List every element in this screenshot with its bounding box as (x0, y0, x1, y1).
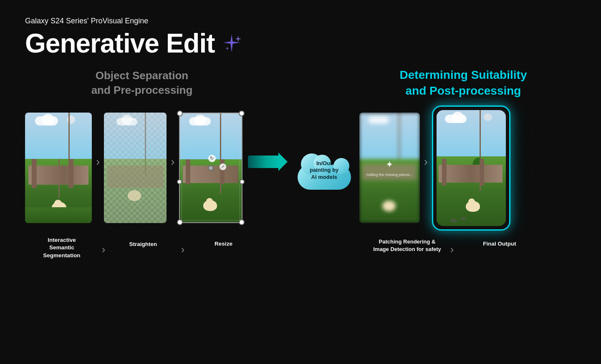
chevron-3: › (444, 243, 460, 256)
section-labels: Object Separation and Pre-processing Det… (25, 67, 576, 99)
step4-label-line1: Patching Rendering & (379, 238, 436, 245)
step1-label-line3: Segmentation (43, 252, 80, 259)
left-label-line1: Object Separation (96, 69, 189, 82)
flow-item-original (25, 113, 92, 223)
cloud-text: In/Out painting by AI models (310, 160, 338, 181)
resize-image-wrap: ↻ ⤢ (179, 113, 242, 223)
resize-handle-tl[interactable] (177, 110, 183, 116)
left-label-line2: and Pre-processing (91, 84, 193, 96)
resize-handle-tr[interactable] (239, 110, 245, 116)
bottom-labels: Interactive Semantic Segmentation › Stra… (25, 236, 576, 260)
original-image-wrap (25, 113, 92, 223)
resize-handle-mr[interactable] (240, 179, 245, 184)
blurred-image: ✦ Adding the missing pieces... (359, 113, 420, 223)
teal-arrow (248, 153, 288, 171)
ai-cloud: In/Out painting by AI models (293, 146, 355, 190)
ai-section: In/Out painting by AI models (293, 113, 420, 223)
sparkle-overlay: ✦ (386, 159, 393, 170)
flow-item-transparent (104, 113, 167, 223)
phone-screen (437, 110, 506, 226)
chevron-2: › (174, 243, 191, 256)
right-label-line1: Determining Suitability (400, 68, 527, 81)
right-label-line2: and Post-processing (406, 84, 521, 97)
step5-label: Final Output (483, 241, 516, 247)
sparkle-icon (221, 33, 242, 54)
resize-handle-br[interactable] (239, 219, 245, 225)
label-step2: Straighten (112, 236, 174, 249)
main-title: Generative Edit (25, 28, 215, 59)
teal-arrow-container (245, 153, 291, 171)
step3-label: Resize (215, 241, 232, 247)
adding-text: Adding the missing pieces... (366, 173, 413, 177)
label-step1: Interactive Semantic Segmentation (28, 236, 95, 260)
phone-outer (432, 105, 510, 231)
step2-label: Straighten (129, 241, 157, 249)
resize-handle-ml[interactable] (177, 179, 182, 184)
arrow-1: › (96, 155, 100, 168)
resize-handle-bl[interactable] (177, 219, 183, 225)
step1-label-line1: Interactive (48, 237, 76, 243)
main-flow: › › (25, 105, 576, 231)
label-step5: Final Output (460, 236, 539, 247)
chevron-1: › (95, 243, 112, 256)
arrow-2: › (171, 155, 174, 168)
step1-label-line2: Semantic (49, 244, 74, 251)
header: Galaxy S24 Series' ProVisual Engine Gene… (25, 17, 576, 59)
rotate-icon[interactable]: ↻ (208, 155, 216, 162)
step4-label-line2: Image Detection for safety (373, 246, 441, 252)
move-icon[interactable]: ⤢ (220, 163, 226, 170)
label-step4: Patching Rendering & Image Detection for… (371, 236, 444, 253)
title-row: Generative Edit (25, 28, 576, 59)
phone-frame (432, 105, 510, 231)
resize-handle-center[interactable] (208, 165, 214, 171)
blurred-overlay: ✦ Adding the missing pieces... (359, 113, 420, 223)
page-container: Galaxy S24 Series' ProVisual Engine Gene… (0, 0, 601, 364)
left-section-label: Object Separation and Pre-processing (54, 68, 230, 98)
right-section-label: Determining Suitability and Post-process… (371, 67, 555, 99)
transparent-image-wrap (104, 113, 167, 223)
original-image (25, 113, 92, 223)
subtitle: Galaxy S24 Series' ProVisual Engine (25, 17, 576, 25)
arrow-3: › (424, 155, 428, 168)
flow-item-resize: ↻ ⤢ (179, 113, 242, 223)
ai-cloud-row: In/Out painting by AI models (293, 113, 420, 223)
transparent-image (104, 113, 167, 223)
label-step3: Resize (191, 236, 256, 247)
